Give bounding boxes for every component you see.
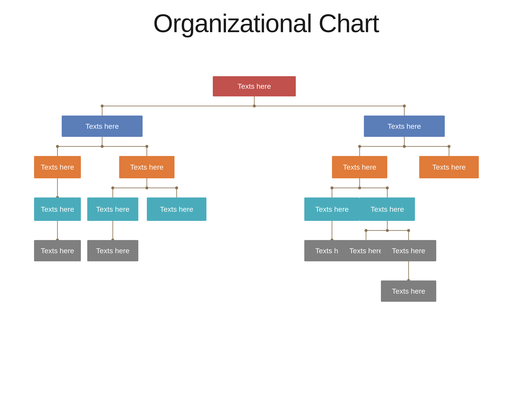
node-l2-a: Texts here	[34, 156, 81, 178]
svg-point-12	[56, 145, 59, 148]
svg-point-47	[386, 229, 389, 232]
node-l2-d: Texts here	[419, 156, 479, 178]
svg-point-5	[101, 104, 104, 108]
node-l1-left: Texts here	[62, 115, 143, 137]
svg-point-28	[111, 186, 114, 189]
svg-point-27	[145, 186, 148, 189]
page-title: Organizational Chart	[153, 8, 379, 38]
node-l4-a: Texts here	[34, 240, 81, 261]
node-l3-c: Texts here	[147, 197, 206, 221]
node-l4-e: Texts here	[381, 240, 436, 261]
svg-point-4	[253, 104, 256, 108]
svg-point-35	[330, 186, 333, 189]
node-l3-e: Texts here	[360, 197, 415, 221]
chart-area: Texts here Texts here Texts here Texts h…	[21, 51, 511, 370]
svg-point-36	[386, 186, 389, 189]
svg-point-48	[365, 229, 367, 232]
node-l2-b: Texts here	[119, 156, 175, 178]
node-l1-right: Texts here	[364, 115, 445, 137]
node-l3-a: Texts here	[34, 197, 81, 221]
node-l3-b: Texts here	[87, 197, 138, 221]
svg-point-6	[403, 104, 406, 108]
node-extra: Texts here	[381, 280, 436, 302]
svg-point-29	[175, 186, 178, 189]
svg-point-34	[358, 186, 361, 189]
svg-point-19	[358, 145, 361, 148]
node-l4-b: Texts here	[87, 240, 138, 261]
node-l3-d: Texts here	[304, 197, 360, 221]
svg-point-18	[403, 145, 406, 148]
node-l2-c: Texts here	[332, 156, 387, 178]
page: Organizational Chart	[0, 0, 532, 399]
svg-point-11	[101, 145, 104, 148]
svg-point-20	[448, 145, 450, 148]
svg-point-49	[407, 229, 410, 232]
svg-point-13	[145, 145, 148, 148]
node-root: Texts here	[213, 76, 296, 96]
